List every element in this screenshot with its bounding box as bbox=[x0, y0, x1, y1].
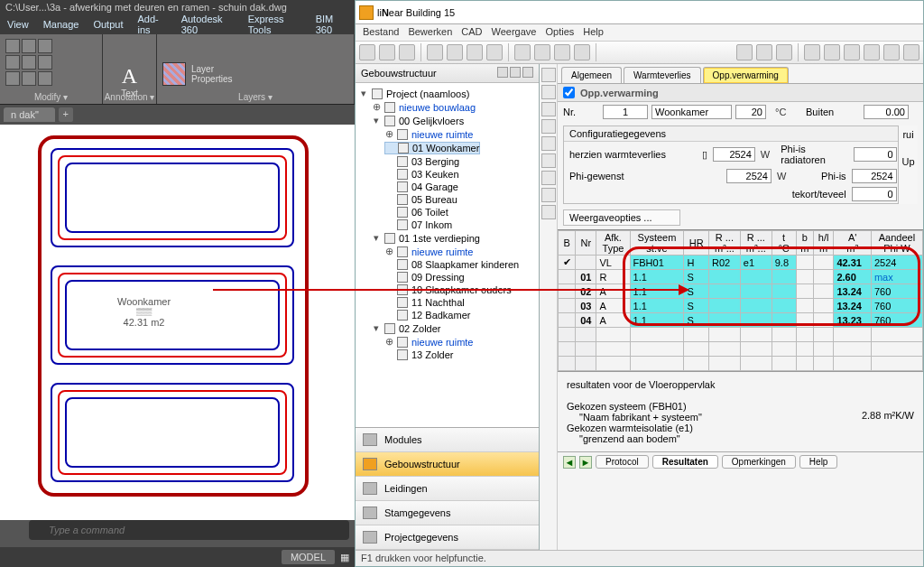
model-tab[interactable]: MODEL bbox=[282, 550, 335, 564]
document-tab[interactable]: n dak" bbox=[4, 107, 55, 122]
toolbar-button[interactable] bbox=[903, 44, 919, 60]
cfg-value-field[interactable]: 2524 bbox=[852, 169, 897, 183]
menu-item[interactable]: Help bbox=[583, 26, 604, 39]
acad-tab[interactable]: Express Tools bbox=[241, 14, 309, 35]
side-btn[interactable]: rui bbox=[899, 129, 918, 140]
grid-row[interactable]: 02A1.1S13.24760 bbox=[559, 284, 923, 299]
tree-node[interactable]: 04 Garage bbox=[357, 181, 537, 193]
status-icon[interactable]: ▦ bbox=[340, 552, 349, 563]
surface-grid[interactable]: BNrAfk. TypeSysteem st.veHRR ... m²...R … bbox=[558, 229, 923, 371]
tree-node[interactable]: 03 Keuken bbox=[357, 168, 537, 181]
grid-header[interactable]: t °C bbox=[772, 231, 796, 256]
nav-project[interactable]: Projectgegevens bbox=[356, 525, 539, 550]
tool-icon[interactable] bbox=[5, 71, 20, 86]
toolbar-button[interactable] bbox=[486, 44, 503, 60]
tree-node[interactable]: 13 Zolder bbox=[357, 349, 537, 361]
toolbar-button[interactable] bbox=[514, 44, 531, 60]
tab-general[interactable]: Algemeen bbox=[561, 67, 622, 83]
tab-nav-prev-icon[interactable]: ◄ bbox=[563, 456, 576, 469]
tab-nav-next-icon[interactable]: ► bbox=[579, 456, 592, 469]
tree-node[interactable]: 05 Bureau bbox=[357, 193, 537, 206]
toolbar-button[interactable] bbox=[467, 44, 483, 60]
tool-icon[interactable] bbox=[22, 55, 36, 70]
grid-row-empty[interactable] bbox=[559, 357, 923, 371]
layer-properties-icon[interactable] bbox=[162, 62, 186, 86]
grid-header[interactable]: Systeem st.ve bbox=[630, 231, 684, 256]
tool-icon[interactable] bbox=[38, 71, 52, 86]
toolbar-button[interactable] bbox=[883, 44, 900, 60]
vtool-icon[interactable] bbox=[541, 102, 556, 116]
layer-properties-label[interactable]: Layer Properties bbox=[191, 64, 233, 84]
tree-node[interactable]: 11 Nachthal bbox=[357, 296, 537, 309]
panel-close-icon[interactable] bbox=[522, 67, 533, 78]
btab-remarks[interactable]: Opmerkingen bbox=[722, 455, 796, 469]
btab-results[interactable]: Resultaten bbox=[652, 455, 718, 469]
grid-row-empty[interactable] bbox=[559, 328, 923, 342]
display-options-button[interactable]: Weergaveopties ... bbox=[563, 209, 680, 226]
acad-tab[interactable]: Add-ins bbox=[130, 14, 173, 35]
nav-pipes[interactable]: Leidingen bbox=[356, 477, 539, 501]
vtool-icon[interactable] bbox=[541, 68, 556, 82]
tree-node[interactable]: ⊕nieuwe ruimte bbox=[357, 335, 537, 349]
toolbar-button[interactable] bbox=[844, 44, 860, 60]
toolbar-button[interactable] bbox=[534, 44, 550, 60]
grid-header[interactable]: HR bbox=[684, 231, 709, 256]
panel-button-icon[interactable] bbox=[497, 67, 508, 78]
panel-title[interactable]: Layers ▾ bbox=[157, 92, 354, 102]
panel-title[interactable]: Annotation ▾ bbox=[103, 92, 156, 102]
cfg-value-field[interactable]: 2524 bbox=[726, 169, 772, 183]
cfg-value-field[interactable]: 0 bbox=[854, 147, 896, 162]
tab-surface-heating[interactable]: Opp.verwarming bbox=[703, 67, 789, 83]
tree-node[interactable]: 12 Badkamer bbox=[357, 309, 537, 321]
tool-icon[interactable] bbox=[38, 39, 52, 53]
nr-field[interactable]: 1 bbox=[603, 105, 648, 119]
grid-header[interactable]: h/l m bbox=[813, 231, 833, 256]
nav-modules[interactable]: Modules bbox=[356, 428, 539, 452]
acad-tab[interactable]: Manage bbox=[36, 19, 87, 30]
toolbar-button[interactable] bbox=[776, 44, 792, 60]
tool-icon[interactable] bbox=[22, 39, 36, 53]
text-tool-icon[interactable]: A bbox=[122, 64, 137, 88]
grid-header[interactable]: A' m² bbox=[834, 231, 872, 256]
tab-heatloss[interactable]: Warmteverlies bbox=[624, 67, 701, 83]
vtool-icon[interactable] bbox=[541, 153, 556, 168]
menu-item[interactable]: Bestand bbox=[363, 26, 399, 39]
menu-item[interactable]: Weergave bbox=[492, 26, 537, 39]
acad-tab[interactable]: Output bbox=[86, 19, 130, 30]
grid-header[interactable]: R ... m²... bbox=[708, 231, 740, 256]
tree-node[interactable]: 01 Woonkamer bbox=[357, 141, 537, 155]
tree-node[interactable]: ▾02 Zolder bbox=[357, 321, 537, 335]
temp-field[interactable]: 20 bbox=[735, 105, 766, 119]
acad-tab[interactable]: Autodesk 360 bbox=[174, 14, 241, 35]
grid-row[interactable]: 04A1.1S13.23760 bbox=[559, 313, 923, 328]
acad-command-line[interactable]: Type a command bbox=[29, 520, 349, 540]
section-enable-checkbox[interactable] bbox=[563, 87, 575, 98]
grid-row-empty[interactable] bbox=[559, 342, 923, 357]
toolbar-button[interactable] bbox=[447, 44, 463, 60]
nav-stam[interactable]: Stamgegevens bbox=[356, 501, 539, 525]
cfg-value-field[interactable]: 0 bbox=[852, 187, 897, 201]
tree-node[interactable]: ▾00 Gelijkvloers bbox=[357, 114, 537, 127]
add-document-icon[interactable]: + bbox=[59, 107, 73, 122]
room-name-field[interactable]: Woonkamer bbox=[651, 105, 732, 119]
grid-row[interactable]: 01R1.1S2.60max bbox=[559, 270, 923, 284]
btab-protocol[interactable]: Protocol bbox=[596, 455, 649, 469]
acad-tab[interactable]: BIM 360 bbox=[309, 14, 355, 35]
toolbar-button[interactable] bbox=[736, 44, 753, 60]
menu-item[interactable]: Bewerken bbox=[408, 26, 452, 39]
side-btn[interactable]: Up bbox=[899, 156, 918, 167]
tool-icon[interactable] bbox=[5, 39, 20, 53]
toolbar-button[interactable] bbox=[756, 44, 772, 60]
toolbar-button[interactable] bbox=[399, 44, 415, 60]
outside-field[interactable]: 0.00 bbox=[864, 105, 909, 119]
toolbar-button[interactable] bbox=[864, 44, 880, 60]
vtool-icon[interactable] bbox=[541, 85, 556, 99]
btab-help[interactable]: Help bbox=[799, 455, 838, 469]
grid-header[interactable]: R ... m²... bbox=[740, 231, 772, 256]
toolbar-button[interactable] bbox=[427, 44, 443, 60]
vtool-icon[interactable] bbox=[541, 136, 556, 151]
vtool-icon[interactable] bbox=[541, 205, 556, 219]
grid-row[interactable]: 03A1.1S13.24760 bbox=[559, 299, 923, 313]
acad-canvas[interactable]: Woonkamer ▒▒▒ 42.31 m2 bbox=[0, 125, 355, 520]
tree-node[interactable]: 09 Dressing bbox=[357, 271, 537, 284]
